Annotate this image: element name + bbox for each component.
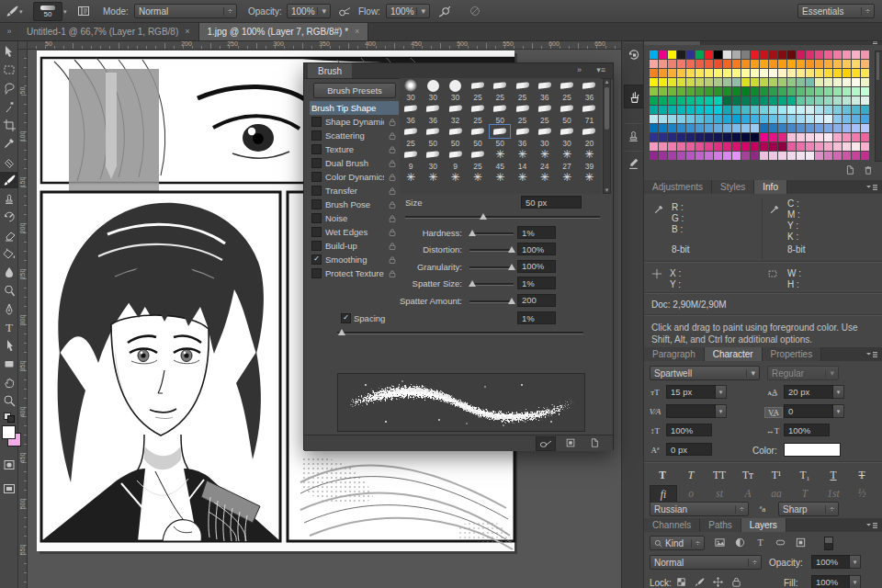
- antialias-select[interactable]: Sharp÷: [778, 502, 839, 516]
- color-swatch[interactable]: [650, 133, 658, 141]
- brush-tip[interactable]: ✳: [578, 170, 600, 193]
- color-swatch[interactable]: [650, 60, 658, 68]
- color-swatch[interactable]: [760, 133, 768, 141]
- color-swatch[interactable]: [751, 96, 759, 105]
- color-swatch[interactable]: [778, 115, 786, 123]
- color-swatch[interactable]: [659, 87, 667, 96]
- color-swatch[interactable]: [751, 115, 759, 123]
- color-swatch[interactable]: [732, 78, 741, 86]
- color-swatch[interactable]: [824, 142, 832, 151]
- color-swatch[interactable]: [852, 96, 860, 105]
- color-swatch[interactable]: [714, 87, 722, 96]
- color-swatch[interactable]: [732, 60, 741, 68]
- style-button-1[interactable]: T: [678, 467, 704, 482]
- color-swatch[interactable]: [861, 115, 869, 123]
- brush-tip[interactable]: 36: [400, 101, 422, 124]
- brush-tip[interactable]: ✳: [534, 170, 556, 193]
- color-swatch[interactable]: [778, 106, 786, 114]
- brush-tip[interactable]: 36: [578, 78, 600, 101]
- lock-icon[interactable]: [388, 173, 397, 182]
- color-swatch[interactable]: [778, 78, 786, 86]
- color-swatch[interactable]: [741, 124, 750, 132]
- color-swatch[interactable]: [686, 124, 695, 132]
- language-select[interactable]: Russian÷: [650, 502, 749, 516]
- color-swatch[interactable]: [659, 96, 667, 105]
- brush-tip[interactable]: 25: [489, 78, 511, 101]
- color-swatch[interactable]: [797, 51, 805, 59]
- magic-wand-tool[interactable]: [0, 98, 18, 115]
- color-swatch[interactable]: [852, 78, 860, 86]
- color-swatch[interactable]: [815, 106, 823, 114]
- brush-tip[interactable]: 30: [534, 124, 556, 147]
- brush-tip[interactable]: ✳39: [578, 147, 600, 170]
- brush-tip[interactable]: 36: [512, 124, 534, 147]
- color-swatch[interactable]: [787, 51, 796, 59]
- eraser-tool[interactable]: [0, 227, 18, 243]
- color-swatch[interactable]: [650, 124, 658, 132]
- ligature-button-0[interactable]: fi: [650, 485, 677, 503]
- color-swatch[interactable]: [650, 96, 658, 105]
- color-swatch[interactable]: [797, 152, 805, 160]
- slider-value-field[interactable]: 1%: [517, 277, 556, 289]
- color-swatch[interactable]: [677, 152, 685, 160]
- brush-tip[interactable]: ✳: [422, 170, 444, 193]
- brush-tool-preset-icon[interactable]: [4, 3, 20, 19]
- filter-pixel-icon[interactable]: [712, 536, 727, 549]
- crop-tool[interactable]: [0, 117, 18, 133]
- color-swatch[interactable]: [852, 152, 860, 160]
- color-swatch[interactable]: [695, 87, 704, 96]
- style-button-4[interactable]: T¹: [763, 467, 789, 482]
- lasso-tool[interactable]: [0, 80, 18, 96]
- color-swatch[interactable]: [815, 152, 823, 160]
- workspace-select[interactable]: Essentials÷: [797, 4, 875, 18]
- color-swatch[interactable]: [797, 124, 805, 132]
- color-swatch[interactable]: [806, 142, 814, 151]
- color-swatch[interactable]: [714, 51, 722, 59]
- brush-tip[interactable]: 9: [400, 147, 422, 170]
- color-swatch[interactable]: [677, 96, 685, 105]
- lock-icon[interactable]: [388, 131, 397, 141]
- color-swatch[interactable]: [842, 106, 851, 114]
- slider-value-field[interactable]: 1%: [517, 226, 556, 239]
- color-swatch[interactable]: [833, 60, 842, 68]
- color-swatch[interactable]: [677, 78, 685, 86]
- color-swatch[interactable]: [760, 69, 768, 77]
- color-swatch[interactable]: [833, 51, 842, 59]
- filter-toggle[interactable]: [824, 537, 833, 550]
- color-swatch[interactable]: [769, 124, 777, 132]
- color-swatch[interactable]: [806, 106, 814, 114]
- color-swatch[interactable]: [668, 78, 676, 86]
- granularity-slider[interactable]: [469, 266, 514, 269]
- color-swatch[interactable]: [705, 106, 713, 114]
- color-swatch[interactable]: [714, 78, 722, 86]
- lock-lock-icon[interactable]: [729, 575, 743, 588]
- color-swatch[interactable]: [659, 51, 667, 59]
- brush-tip[interactable]: 50: [467, 124, 489, 147]
- brush-tip[interactable]: 25: [512, 78, 534, 101]
- color-swatch[interactable]: [824, 96, 832, 105]
- color-swatch[interactable]: [677, 115, 685, 123]
- color-swatch[interactable]: [787, 87, 796, 96]
- color-swatch[interactable]: [659, 78, 667, 86]
- section-checkbox[interactable]: [311, 213, 322, 223]
- color-swatch[interactable]: [650, 51, 658, 59]
- spacing-value-field[interactable]: 1%: [517, 311, 556, 324]
- color-swatch[interactable]: [824, 87, 832, 96]
- size-field[interactable]: 50 px: [521, 196, 582, 209]
- pattern-icon[interactable]: [561, 436, 580, 449]
- color-swatch[interactable]: [695, 51, 704, 59]
- section-checkbox[interactable]: [311, 158, 322, 168]
- color-swatch[interactable]: [705, 60, 713, 68]
- brush-section-brush-tip-shape[interactable]: Brush Tip Shape: [310, 101, 399, 115]
- color-swatch[interactable]: [705, 115, 713, 123]
- brush-tip[interactable]: 71: [578, 101, 600, 124]
- slider-value-field[interactable]: 100%: [517, 260, 556, 273]
- brush-section-shape-dynamics[interactable]: Shape Dynamics: [310, 115, 399, 129]
- tracking-field[interactable]: 0▾: [784, 404, 844, 418]
- airbrush-opacity-icon[interactable]: [336, 3, 353, 19]
- color-swatch[interactable]: [769, 152, 777, 160]
- delete-swatch-icon[interactable]: [861, 164, 876, 176]
- color-swatch[interactable]: [806, 87, 814, 96]
- new-brush-icon[interactable]: [585, 436, 604, 449]
- color-swatch[interactable]: [787, 142, 796, 151]
